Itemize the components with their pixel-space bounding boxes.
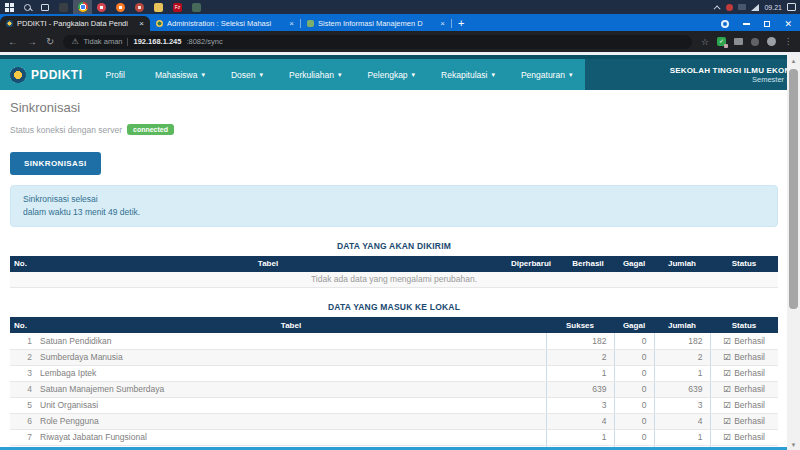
browser-tab-administration[interactable]: Administration : Seleksi Mahasi ×	[150, 16, 300, 31]
taskbar-app-terminal[interactable]	[54, 0, 73, 14]
back-button[interactable]: ←	[8, 36, 18, 47]
screenshot-extension-icon[interactable]	[734, 38, 743, 45]
extensions-pin-icon[interactable]	[751, 38, 759, 46]
col-diperbarui: Diperbarui	[500, 256, 562, 272]
start-button[interactable]	[0, 0, 18, 14]
row-gagal: 0	[614, 349, 654, 365]
empty-row: Tidak ada data yang mengalami perubahan.	[10, 272, 778, 288]
row-no: 2	[10, 349, 36, 365]
tab-close-icon[interactable]: ×	[139, 19, 144, 28]
tab-close-icon[interactable]: ×	[440, 19, 445, 28]
taskbar-app-xampp[interactable]	[111, 0, 130, 14]
row-no: 4	[10, 381, 36, 397]
school-name: SEKOLAH TINGGI ILMU EKONOMI AL-MADANI	[670, 66, 800, 75]
action-center-icon[interactable]	[787, 3, 796, 11]
row-sukses: 1	[546, 429, 614, 445]
adblock-extension-icon[interactable]: ✓	[717, 37, 726, 46]
browser-menu-icon[interactable]: ⋮	[784, 37, 792, 46]
minimize-button[interactable]	[743, 23, 750, 24]
administration-favicon	[156, 20, 163, 27]
col-jumlah: Jumlah	[654, 317, 710, 333]
new-tab-button[interactable]: +	[458, 17, 464, 29]
connection-status-label: Status koneksi dengan server	[10, 125, 122, 135]
navbar-menu-item[interactable]: Pengaturan ▾	[508, 59, 585, 90]
row-no: 3	[10, 365, 36, 381]
status-text: Berhasil	[734, 384, 765, 394]
browser-tab-simanajemen[interactable]: Sistem Informasi Manajemen D ×	[301, 16, 451, 31]
row-status: ☑Berhasil	[710, 333, 778, 349]
browser-tab-pddikti[interactable]: PDDIKTI - Pangkalan Data Pendi ×	[0, 16, 150, 31]
row-status: ☑Berhasil	[710, 365, 778, 381]
menu-item-label: Perkuliahan	[289, 70, 334, 80]
taskbar-app-notes[interactable]	[187, 0, 206, 14]
row-status: ☑Berhasil	[710, 349, 778, 365]
col-sukses: Sukses	[546, 317, 614, 333]
col-status: Status	[710, 317, 778, 333]
sim-favicon	[307, 20, 314, 27]
check-square-icon: ☑	[724, 336, 732, 346]
task-view-button[interactable]	[36, 0, 54, 14]
omnibox-divider	[127, 38, 128, 46]
pddikti-logo	[10, 67, 26, 83]
navbar-menu-item[interactable]: Profil	[93, 59, 142, 90]
navbar-menu-item[interactable]: Pelengkap ▾	[354, 59, 428, 90]
chrome-icon	[78, 2, 88, 12]
url-input[interactable]: ⚠ Tidak aman 192.168.1.245 :8082/sync	[63, 35, 692, 49]
page-title: Sinkronisasi	[10, 100, 778, 115]
row-sukses: 2	[546, 349, 614, 365]
table-kirim-title: DATA YANG AKAN DIKIRIM	[10, 241, 778, 251]
scroll-down-arrow[interactable]: ▼	[787, 439, 800, 450]
navbar-menu-item[interactable]: Mahasiswa ▾	[142, 59, 218, 90]
navbar-menu-item[interactable]: Rekapitulasi ▾	[428, 59, 508, 90]
browser-profile-icon[interactable]	[721, 20, 729, 28]
row-gagal: 0	[614, 381, 654, 397]
taskbar-app-filezilla[interactable]: Fz	[168, 0, 187, 14]
row-gagal: 0	[614, 333, 654, 349]
tray-antivirus-icon[interactable]	[726, 4, 733, 11]
security-label[interactable]: Tidak aman	[84, 37, 123, 46]
close-window-button[interactable]: ✕	[784, 21, 792, 27]
taskbar-app-photos[interactable]	[92, 0, 111, 14]
navbar-menu-item[interactable]: Dosen ▾	[218, 59, 276, 90]
reload-button[interactable]: ↻	[46, 36, 54, 47]
sinkronisasi-button[interactable]: SINKRONISASI	[10, 152, 101, 175]
tray-keyboard-icon[interactable]	[738, 4, 746, 10]
scrollbar-thumb[interactable]	[789, 69, 798, 309]
status-text: Berhasil	[734, 336, 765, 346]
tray-chevron-up-icon[interactable]	[714, 5, 721, 12]
taskbar-search-button[interactable]	[18, 0, 36, 14]
check-square-icon: ☑	[724, 400, 732, 410]
bookmark-star-icon[interactable]: ☆	[701, 37, 709, 47]
status-text: Berhasil	[734, 432, 765, 442]
page-scrollbar[interactable]: ▲ ▼	[787, 55, 800, 450]
row-status: ☑Berhasil	[710, 381, 778, 397]
addressbar-icons: ☆ ✓ ⋮	[701, 37, 792, 47]
taskbar-app-chrome[interactable]	[73, 0, 92, 14]
maximize-button[interactable]	[764, 21, 770, 27]
alert-line2: dalam waktu 13 menit 49 detik.	[23, 206, 765, 219]
taskbar-clock[interactable]: 09.21	[764, 4, 782, 11]
taskbar-app-explorer[interactable]	[149, 0, 168, 14]
pddikti-brand[interactable]: PDDIKTI	[0, 59, 93, 90]
check-square-icon: ☑	[724, 432, 732, 442]
tab-separator	[451, 19, 452, 28]
menu-item-label: Mahasiswa	[155, 70, 198, 80]
navbar-menu-item[interactable]: Perkuliahan ▾	[276, 59, 354, 90]
table-row: 6 Role Pengguna 4 0 4 ☑Berhasil	[10, 413, 778, 429]
network-icon[interactable]	[751, 4, 759, 11]
check-square-icon: ☑	[724, 352, 732, 362]
task-view-icon	[41, 4, 49, 11]
brand-name: PDDIKTI	[31, 68, 83, 82]
table-row: 7 Riwayat Jabatan Fungsional 1 0 1 ☑Berh…	[10, 429, 778, 445]
col-status: Status	[710, 256, 778, 272]
row-sukses: 3	[546, 397, 614, 413]
scroll-up-arrow[interactable]: ▲	[787, 55, 800, 66]
browser-avatar[interactable]	[767, 37, 776, 46]
windows-taskbar: Fz 09.21	[0, 0, 800, 14]
forward-button[interactable]: →	[27, 36, 37, 47]
row-jumlah: 2	[654, 349, 710, 365]
tab-close-icon[interactable]: ×	[289, 19, 294, 28]
col-tabel: Tabel	[36, 317, 546, 333]
taskbar-app-opera[interactable]	[130, 0, 149, 14]
menu-item-label: Pelengkap	[367, 70, 407, 80]
